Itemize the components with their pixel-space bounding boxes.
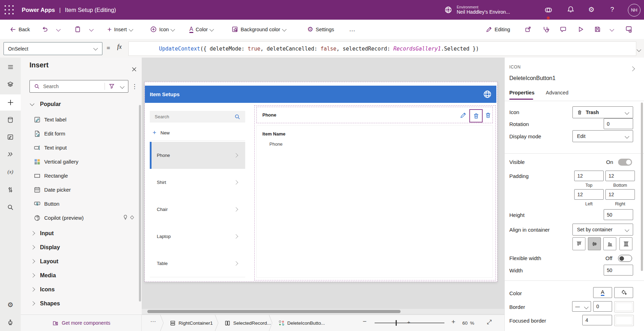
- insert-plus-icon[interactable]: [0, 96, 21, 109]
- focused-border-width-input[interactable]: 4: [582, 315, 612, 325]
- insert-item-date-picker[interactable]: Date picker: [21, 183, 142, 197]
- zoom-out-minus-icon[interactable]: −: [363, 318, 367, 325]
- category-shapes[interactable]: Shapes: [21, 297, 142, 311]
- app-globe-icon[interactable]: [483, 90, 492, 99]
- zoom-in-plus-icon[interactable]: +: [451, 318, 455, 326]
- zoom-fit-marker[interactable]: +: [407, 319, 410, 325]
- share-icon[interactable]: [525, 20, 531, 39]
- icon-dropdown[interactable]: Trash: [572, 106, 633, 118]
- list-item-chair[interactable]: Chair: [150, 196, 245, 223]
- record-delete-trash-icon-selected[interactable]: [469, 109, 483, 123]
- back-button[interactable]: Back: [10, 20, 30, 39]
- category-charts[interactable]: Charts: [21, 311, 142, 315]
- background-color-button[interactable]: Background color: [232, 20, 286, 39]
- insert-item-text-label[interactable]: Text label: [21, 113, 142, 127]
- padding-right-input[interactable]: 12: [605, 189, 635, 200]
- save-dropdown-chevron-icon[interactable]: [610, 20, 613, 39]
- category-input[interactable]: Input: [21, 226, 142, 240]
- align-middle-button[interactable]: [588, 237, 601, 250]
- notifications-bell-icon[interactable]: [567, 6, 575, 13]
- record-delete-trash-icon[interactable]: [485, 112, 491, 119]
- app-header-bar[interactable]: Item Setups: [145, 86, 496, 103]
- app-new-button[interactable]: + New: [150, 125, 245, 141]
- category-display[interactable]: Display: [21, 240, 142, 254]
- media-icon[interactable]: [0, 131, 21, 143]
- close-panel-icon[interactable]: [132, 67, 137, 72]
- flexible-width-toggle[interactable]: [618, 255, 632, 262]
- variables-icon[interactable]: (x): [0, 165, 21, 178]
- breadcrumb-delete-icon-button[interactable]: DeleteIconButto...: [279, 315, 325, 331]
- preview-play-icon[interactable]: [577, 20, 584, 39]
- height-input[interactable]: 50: [604, 209, 633, 220]
- canvas-hscroll-track[interactable]: [142, 309, 504, 314]
- app-checker-icon[interactable]: [542, 20, 549, 39]
- record-edit-pencil-icon[interactable]: [460, 112, 467, 119]
- avatar[interactable]: NH: [628, 4, 640, 16]
- icon-button[interactable]: Icon: [150, 20, 174, 39]
- list-item-table[interactable]: Table: [150, 250, 245, 277]
- copilot-icon[interactable]: [544, 6, 552, 14]
- insert-item-copilot[interactable]: Copilot (preview): [21, 211, 142, 225]
- settings-button[interactable]: ⚙ Settings: [307, 20, 334, 39]
- padding-top-input[interactable]: 12: [574, 171, 604, 181]
- canvas-hscroll-thumb[interactable]: [147, 310, 401, 313]
- category-layout[interactable]: Layout: [21, 254, 142, 269]
- list-item-shirt[interactable]: Shirt: [150, 169, 245, 196]
- get-more-components-button[interactable]: Get more components: [52, 315, 141, 331]
- padding-left-input[interactable]: 12: [574, 189, 604, 200]
- publish-icon[interactable]: [625, 20, 632, 39]
- power-automate-icon[interactable]: [0, 148, 21, 160]
- font-color-button[interactable]: A: [593, 287, 612, 298]
- zoom-slider-handle[interactable]: [396, 320, 397, 326]
- filter-icon[interactable]: [109, 83, 115, 89]
- insert-item-button[interactable]: Button: [21, 197, 142, 211]
- help-icon[interactable]: ?: [610, 6, 614, 13]
- visible-toggle[interactable]: [618, 159, 632, 166]
- tab-properties[interactable]: Properties: [509, 90, 535, 95]
- border-color-swatch[interactable]: [614, 301, 634, 312]
- list-item-phone[interactable]: Phone: [150, 142, 245, 169]
- app-search-field[interactable]: Search: [150, 111, 245, 123]
- undo-dropdown-chevron-icon[interactable]: [57, 20, 60, 39]
- virtual-agent-icon[interactable]: [0, 316, 21, 329]
- editing-mode-button[interactable]: Editing: [486, 20, 510, 39]
- border-style-dropdown[interactable]: —: [572, 301, 591, 312]
- fill-color-bucket-button[interactable]: [614, 287, 633, 298]
- paste-dropdown-chevron-icon[interactable]: [90, 20, 93, 39]
- insert-panel-scrollbar[interactable]: [139, 105, 141, 302]
- fit-to-window-expand-icon[interactable]: ⤢: [487, 319, 492, 326]
- advanced-settings-gear-icon[interactable]: ⚙: [0, 298, 21, 311]
- waffle-icon[interactable]: [4, 5, 14, 15]
- color-button[interactable]: A Color: [189, 20, 213, 39]
- search-icon[interactable]: [0, 201, 21, 213]
- rotation-input[interactable]: 0: [604, 118, 633, 129]
- insert-item-edit-form[interactable]: Edit form: [21, 127, 142, 141]
- breadcrumb-selected-record[interactable]: SelectedRecord...: [224, 315, 271, 331]
- formula-input[interactable]: UpdateContext({ deleteMode: true, delete…: [128, 41, 636, 56]
- formula-bar-expand-chevron-icon[interactable]: [637, 47, 640, 52]
- environment-picker[interactable]: Environment Neil Haddley's Environ...: [444, 5, 510, 15]
- paste-icon[interactable]: [74, 20, 81, 39]
- filter-chevron-icon[interactable]: [120, 84, 125, 89]
- align-bottom-button[interactable]: [603, 237, 616, 250]
- insert-more-kebab-icon[interactable]: ⋮: [132, 83, 137, 90]
- property-selector[interactable]: OnSelect: [4, 42, 102, 55]
- tab-advanced[interactable]: Advanced: [546, 90, 569, 95]
- comments-icon[interactable]: [560, 20, 566, 39]
- category-media[interactable]: Media: [21, 269, 142, 283]
- insert-item-text-input[interactable]: Text input: [21, 141, 142, 155]
- list-item-laptop[interactable]: Laptop: [150, 223, 245, 250]
- display-mode-dropdown[interactable]: Edit: [572, 130, 633, 142]
- insert-item-vertical-gallery[interactable]: Vertical gallery: [21, 155, 142, 169]
- tests-icon[interactable]: [0, 183, 21, 196]
- screens-layers-icon[interactable]: [0, 78, 21, 91]
- padding-bottom-input[interactable]: 12: [605, 171, 635, 181]
- record-detail-card[interactable]: Item Name Phone: [256, 125, 493, 278]
- align-in-container-dropdown[interactable]: Set by container: [572, 224, 633, 236]
- collapse-panel-chevron-icon[interactable]: [631, 66, 634, 72]
- focused-border-color-swatch[interactable]: [614, 315, 634, 326]
- breadcrumb-right-container[interactable]: RightContainer1: [170, 315, 213, 331]
- border-width-input[interactable]: 0: [593, 301, 612, 312]
- align-top-button[interactable]: [572, 237, 585, 250]
- settings-gear-icon[interactable]: ⚙: [588, 5, 595, 14]
